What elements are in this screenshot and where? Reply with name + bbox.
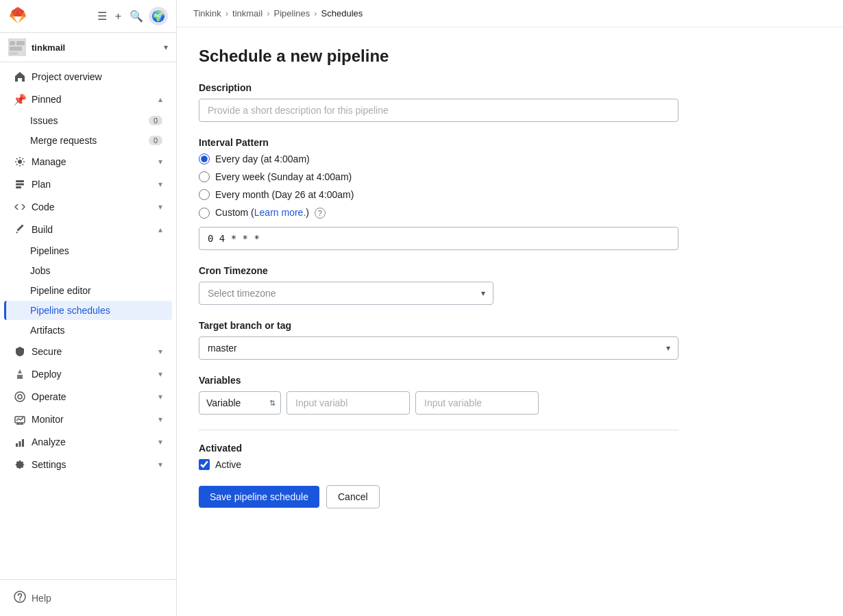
sidebar-label-monitor: Monitor bbox=[32, 414, 153, 425]
svg-rect-11 bbox=[10, 52, 18, 55]
breadcrumb: Tinkink › tinkmail › Pipelines › Schedul… bbox=[177, 0, 843, 27]
sidebar-item-issues[interactable]: Issues 0 bbox=[4, 111, 172, 130]
manage-icon bbox=[14, 156, 26, 168]
pipeline-editor-label: Pipeline editor bbox=[30, 285, 91, 296]
profile-button[interactable]: 🌍 bbox=[149, 7, 168, 25]
svg-rect-19 bbox=[16, 443, 18, 447]
radio-every-day[interactable]: Every day (at 4:00am) bbox=[199, 153, 821, 164]
sidebar-item-pipeline-schedules[interactable]: Pipeline schedules bbox=[4, 301, 172, 320]
sidebar-item-settings[interactable]: Settings ▾ bbox=[4, 454, 172, 476]
help-item[interactable]: Help bbox=[10, 587, 167, 609]
sidebar-item-operate[interactable]: Operate ▾ bbox=[4, 386, 172, 408]
sidebar-item-secure[interactable]: Secure ▾ bbox=[4, 341, 172, 362]
cron-input[interactable] bbox=[199, 227, 679, 250]
radio-every-day-input[interactable] bbox=[199, 153, 210, 164]
svg-rect-15 bbox=[16, 186, 21, 188]
secure-chevron-icon: ▾ bbox=[158, 347, 162, 356]
save-button[interactable]: Save pipeline schedule bbox=[199, 486, 319, 508]
issues-label: Issues bbox=[30, 115, 58, 126]
monitor-icon bbox=[14, 413, 26, 426]
sidebar-item-analyze[interactable]: Analyze ▾ bbox=[4, 431, 172, 453]
branch-select-wrapper: master main develop ▾ bbox=[199, 336, 679, 360]
merge-label: Merge requests bbox=[30, 135, 97, 146]
project-selector[interactable]: tinkmail ▾ bbox=[0, 33, 176, 62]
var-value-input[interactable] bbox=[415, 391, 539, 415]
sidebar-item-merge-requests[interactable]: Merge requests 0 bbox=[4, 131, 172, 150]
search-button[interactable]: 🔍 bbox=[127, 7, 146, 25]
svg-rect-9 bbox=[16, 41, 25, 45]
radio-every-month-input[interactable] bbox=[199, 189, 210, 200]
code-icon bbox=[14, 201, 26, 213]
variables-row: Variable File ⇅ bbox=[199, 391, 821, 415]
breadcrumb-tinkmail[interactable]: tinkmail bbox=[232, 8, 262, 19]
sidebar-item-artifacts[interactable]: Artifacts bbox=[4, 321, 172, 340]
svg-marker-1 bbox=[10, 16, 18, 23]
sidebar-item-monitor[interactable]: Monitor ▾ bbox=[4, 408, 172, 430]
radio-custom-label: Custom (Learn more.) ? bbox=[215, 207, 326, 219]
code-chevron-icon: ▾ bbox=[158, 202, 162, 212]
radio-every-week-label: Every week (Sunday at 4:00am) bbox=[215, 171, 352, 182]
radio-every-week-input[interactable] bbox=[199, 171, 210, 182]
var-key-input[interactable] bbox=[286, 391, 410, 415]
project-avatar bbox=[8, 38, 26, 56]
radio-custom[interactable]: Custom (Learn more.) ? bbox=[199, 207, 821, 219]
sidebar-toggle-button[interactable]: ☰ bbox=[95, 7, 110, 25]
radio-every-week[interactable]: Every week (Sunday at 4:00am) bbox=[199, 171, 821, 182]
sidebar-item-jobs[interactable]: Jobs bbox=[4, 261, 172, 280]
sidebar-header: ☰ + 🔍 🌍 bbox=[0, 0, 176, 33]
build-chevron-icon: ▴ bbox=[158, 225, 162, 234]
svg-point-16 bbox=[18, 395, 22, 399]
activated-label: Activated bbox=[199, 443, 821, 454]
var-type-select[interactable]: Variable File bbox=[199, 391, 281, 415]
sidebar-item-pinned[interactable]: 📌 Pinned ▴ bbox=[4, 88, 172, 110]
active-checkbox[interactable] bbox=[199, 459, 210, 470]
description-section: Description bbox=[199, 82, 821, 122]
project-chevron-icon: ▾ bbox=[164, 42, 168, 52]
operate-icon bbox=[14, 391, 26, 403]
sidebar-label-operate: Operate bbox=[32, 391, 153, 402]
settings-icon bbox=[14, 458, 26, 471]
sidebar-label-pinned: Pinned bbox=[32, 94, 153, 105]
sidebar-item-project-overview[interactable]: Project overview bbox=[4, 66, 172, 88]
sidebar-item-pipeline-editor[interactable]: Pipeline editor bbox=[4, 281, 172, 300]
breadcrumb-pipelines[interactable]: Pipelines bbox=[273, 8, 310, 19]
description-label: Description bbox=[199, 82, 821, 93]
form-actions: Save pipeline schedule Cancel bbox=[199, 485, 821, 508]
description-input[interactable] bbox=[199, 99, 679, 122]
plan-icon bbox=[14, 178, 26, 190]
pin-icon: 📌 bbox=[14, 93, 26, 106]
sidebar-item-plan[interactable]: Plan ▾ bbox=[4, 173, 172, 195]
operate-chevron-icon: ▾ bbox=[158, 392, 162, 402]
svg-rect-14 bbox=[16, 184, 24, 186]
cancel-button[interactable]: Cancel bbox=[326, 485, 380, 508]
sidebar-item-pipelines[interactable]: Pipelines bbox=[4, 241, 172, 260]
sidebar-label-build: Build bbox=[32, 224, 153, 235]
learn-more-link[interactable]: Learn more. bbox=[254, 207, 306, 218]
sidebar-label-plan: Plan bbox=[32, 179, 153, 190]
nav-section: Project overview 📌 Pinned ▴ Issues 0 Mer… bbox=[0, 62, 176, 479]
sidebar-item-build[interactable]: Build ▴ bbox=[4, 219, 172, 241]
timezone-select[interactable]: Select timezone UTC US/Eastern US/Pacifi… bbox=[199, 282, 493, 305]
page-title: Schedule a new pipeline bbox=[199, 47, 821, 66]
branch-select[interactable]: master main develop bbox=[199, 336, 679, 360]
radio-every-month[interactable]: Every month (Day 26 at 4:00am) bbox=[199, 189, 821, 200]
svg-rect-10 bbox=[10, 47, 22, 51]
artifacts-label: Artifacts bbox=[30, 325, 65, 336]
new-item-button[interactable]: + bbox=[112, 7, 124, 25]
branch-label: Target branch or tag bbox=[199, 320, 821, 331]
merge-badge: 0 bbox=[149, 136, 162, 145]
sidebar-footer: Help bbox=[0, 579, 176, 616]
sidebar-item-deploy[interactable]: Deploy ▾ bbox=[4, 363, 172, 385]
radio-custom-input[interactable] bbox=[199, 208, 210, 219]
sidebar-label-manage: Manage bbox=[32, 156, 153, 167]
svg-marker-2 bbox=[18, 16, 26, 23]
analyze-icon bbox=[14, 436, 26, 448]
sidebar: ☰ + 🔍 🌍 tinkmail ▾ Project overview bbox=[0, 0, 177, 616]
sidebar-item-manage[interactable]: Manage ▾ bbox=[4, 151, 172, 173]
divider bbox=[199, 430, 679, 430]
sidebar-item-code[interactable]: Code ▾ bbox=[4, 196, 172, 218]
sidebar-label-project-overview: Project overview bbox=[32, 71, 162, 82]
help-circle-icon[interactable]: ? bbox=[315, 208, 326, 219]
active-checkbox-row: Active bbox=[199, 459, 821, 470]
breadcrumb-tinkink[interactable]: Tinkink bbox=[193, 8, 221, 19]
